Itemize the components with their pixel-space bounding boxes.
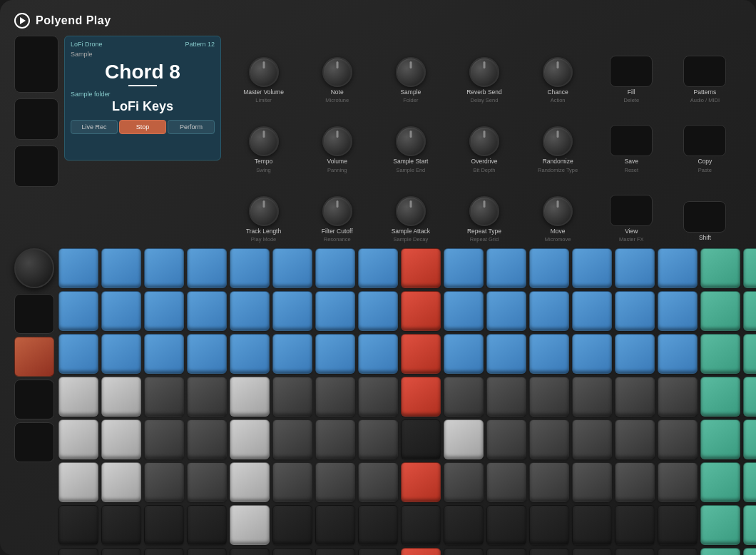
pad-7-3[interactable]	[187, 548, 227, 555]
sample-start-knob[interactable]	[396, 126, 426, 156]
pad-4-7[interactable]	[358, 419, 398, 459]
pad-1-7[interactable]	[358, 291, 398, 331]
pad-0-6[interactable]	[315, 248, 355, 288]
pad-side-active[interactable]	[14, 337, 54, 377]
pad-6-9[interactable]	[444, 505, 484, 545]
pad-6-3[interactable]	[187, 505, 227, 545]
copy-button[interactable]	[683, 125, 726, 156]
repeat-knob[interactable]	[469, 196, 499, 226]
fill-button[interactable]	[610, 56, 653, 87]
volume-knob[interactable]	[322, 126, 352, 156]
pad-0-14[interactable]	[658, 248, 698, 288]
pad-5-0[interactable]	[58, 462, 98, 502]
pad-7-0[interactable]	[58, 548, 98, 555]
view-button[interactable]	[610, 195, 653, 226]
pad-side-btn3[interactable]	[14, 380, 54, 419]
pad-1-11[interactable]	[529, 291, 569, 331]
tempo-knob[interactable]	[249, 126, 279, 156]
left-bot-button[interactable]	[14, 146, 58, 187]
reverb-knob[interactable]	[469, 57, 499, 87]
pad-0-13[interactable]	[615, 248, 655, 288]
randomize-knob[interactable]	[543, 126, 573, 156]
pad-3-1[interactable]	[101, 377, 141, 417]
pad-7-2[interactable]	[144, 548, 184, 555]
pad-2-0[interactable]	[58, 334, 98, 374]
pad-5-2[interactable]	[144, 462, 184, 502]
pad-7-8[interactable]	[401, 548, 441, 555]
pad-1-3[interactable]	[187, 291, 227, 331]
pad-0-0[interactable]	[58, 248, 98, 288]
pad-3-3[interactable]	[187, 377, 227, 417]
pad-2-11[interactable]	[529, 334, 569, 374]
pad-1-15[interactable]	[700, 291, 740, 331]
pad-2-3[interactable]	[187, 334, 227, 374]
pad-4-10[interactable]	[486, 419, 526, 459]
pad-6-8[interactable]	[401, 505, 441, 545]
pad-4-2[interactable]	[144, 419, 184, 459]
pad-2-8[interactable]	[401, 334, 441, 374]
pad-2-15[interactable]	[700, 334, 740, 374]
pad-5-16[interactable]	[743, 462, 756, 502]
pad-6-1[interactable]	[101, 505, 141, 545]
note-knob[interactable]	[322, 57, 352, 87]
pad-0-9[interactable]	[444, 248, 484, 288]
pad-1-5[interactable]	[272, 291, 312, 331]
pad-4-1[interactable]	[101, 419, 141, 459]
pad-2-16[interactable]	[743, 334, 756, 374]
pad-1-6[interactable]	[315, 291, 355, 331]
pad-3-8[interactable]	[401, 377, 441, 417]
pad-7-12[interactable]	[572, 548, 612, 555]
pad-3-6[interactable]	[315, 377, 355, 417]
pad-4-9[interactable]	[444, 419, 484, 459]
pad-6-12[interactable]	[572, 505, 612, 545]
pad-3-7[interactable]	[358, 377, 398, 417]
pad-6-14[interactable]	[658, 505, 698, 545]
pad-7-15[interactable]	[700, 548, 740, 555]
pad-2-9[interactable]	[444, 334, 484, 374]
pad-6-2[interactable]	[144, 505, 184, 545]
pad-3-9[interactable]	[444, 377, 484, 417]
pad-5-13[interactable]	[615, 462, 655, 502]
pad-7-10[interactable]	[486, 548, 526, 555]
main-encoder-knob[interactable]	[14, 248, 54, 288]
pad-6-16[interactable]	[743, 505, 756, 545]
pad-side-btn1[interactable]	[14, 294, 54, 334]
pad-5-3[interactable]	[187, 462, 227, 502]
pad-1-1[interactable]	[101, 291, 141, 331]
move-knob[interactable]	[543, 196, 573, 226]
pad-4-16[interactable]	[743, 419, 756, 459]
pad-0-12[interactable]	[572, 248, 612, 288]
left-mid-button[interactable]	[14, 98, 58, 140]
pad-6-10[interactable]	[486, 505, 526, 545]
pad-0-15[interactable]	[700, 248, 740, 288]
shift-button[interactable]	[683, 201, 726, 233]
pad-2-6[interactable]	[315, 334, 355, 374]
pad-1-9[interactable]	[444, 291, 484, 331]
pad-3-4[interactable]	[230, 377, 270, 417]
stop-button[interactable]: Stop	[119, 120, 166, 134]
pad-7-9[interactable]	[444, 548, 484, 555]
pad-6-6[interactable]	[315, 505, 355, 545]
pad-5-10[interactable]	[486, 462, 526, 502]
live-rec-button[interactable]: Live Rec	[71, 120, 118, 134]
pad-5-6[interactable]	[315, 462, 355, 502]
pad-1-14[interactable]	[658, 291, 698, 331]
pad-4-5[interactable]	[272, 419, 312, 459]
pad-4-15[interactable]	[700, 419, 740, 459]
pad-4-13[interactable]	[615, 419, 655, 459]
pad-1-16[interactable]	[743, 291, 756, 331]
pad-5-14[interactable]	[658, 462, 698, 502]
pad-5-5[interactable]	[272, 462, 312, 502]
pad-6-13[interactable]	[615, 505, 655, 545]
pad-6-4[interactable]	[230, 505, 270, 545]
patterns-button[interactable]	[683, 56, 726, 87]
pad-7-13[interactable]	[615, 548, 655, 555]
pad-7-6[interactable]	[315, 548, 355, 555]
pad-0-5[interactable]	[272, 248, 312, 288]
pad-7-16[interactable]	[743, 548, 756, 555]
pad-0-16[interactable]	[743, 248, 756, 288]
pad-1-10[interactable]	[486, 291, 526, 331]
pad-6-15[interactable]	[700, 505, 740, 545]
pad-5-4[interactable]	[230, 462, 270, 502]
pad-3-15[interactable]	[700, 377, 740, 417]
